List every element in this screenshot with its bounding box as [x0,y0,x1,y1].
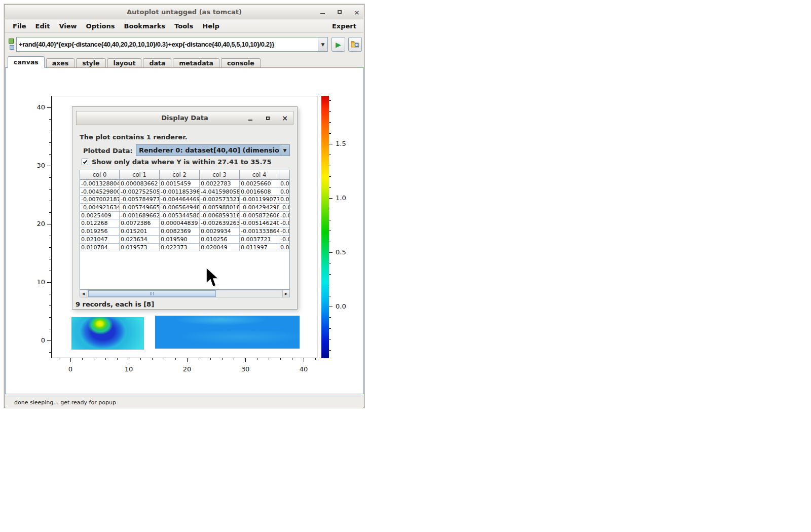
chevron-down-icon: ▼ [321,42,325,47]
dialog-maximize-button[interactable] [264,114,272,122]
window-close-button[interactable]: × [352,8,361,17]
display-data-dialog: Display Data × The plot contains 1 rende… [72,106,298,310]
table-cell: 0.0072386 [120,219,160,227]
tab-bar: canvasaxesstylelayoutdatametadataconsole [8,57,363,68]
menu-help[interactable]: Help [198,20,224,32]
tab-metadata[interactable]: metadata [173,58,219,68]
table-horizontal-scrollbar[interactable]: ◀ ▶ [80,290,290,297]
tab-axes[interactable]: axes [46,58,75,68]
table-cell: 0.012268 [80,219,120,227]
dialog-minimize-button[interactable] [246,114,254,122]
mouse-cursor-icon [205,267,220,289]
table-row[interactable]: -0.001328804...0.0000836620.00154590.002… [80,180,289,188]
column-header[interactable]: col 1 [120,170,160,180]
menu-edit[interactable]: Edit [31,20,55,32]
table-cell: -4.041598058... [200,188,240,196]
chevron-down-icon: ▼ [283,148,287,153]
plotted-data-combobox[interactable]: Renderer 0: dataset[40,40] (dimension...… [136,144,290,156]
tab-style[interactable]: style [76,58,105,68]
tab-canvas[interactable]: canvas [8,56,45,68]
renderer-count-text: The plot contains 1 renderer. [80,133,188,141]
column-header[interactable]: col 0 [80,170,120,180]
window-minimize-button[interactable] [318,8,327,17]
table-row[interactable]: 0.0122680.00723860.000044839-0.002639263… [80,219,289,227]
table-cell: 0.0025409 [80,212,120,220]
table-body: -0.001328804...0.0000836620.00154590.002… [80,180,289,251]
dialog-close-button[interactable]: × [281,114,289,122]
inspect-uri-button[interactable] [348,37,362,52]
table-cell: 0.00 [279,180,290,188]
tab-console[interactable]: console [221,58,261,68]
table-cell: -0.001199077... [240,196,279,204]
table-row[interactable]: -0.004529800...-0.002752505...-0.0011853… [80,188,289,196]
table-cell: -0.002752505... [120,188,160,196]
uri-toolbar: +rand{40,40}*{exp{-distance{40,40,20,20,… [5,34,363,56]
window-maximize-button[interactable] [335,8,344,17]
autoplot-window: Autoplot untagged (as tomcat) × FileEdit… [4,4,364,408]
go-button[interactable]: ▶ [331,37,345,52]
filter-checkbox[interactable] [82,159,88,165]
folder-search-icon [351,41,360,48]
tab-data[interactable]: data [143,58,171,68]
menu-tools[interactable]: Tools [170,20,198,32]
window-title: Autoplot untagged (as tomcat) [5,5,363,19]
dialog-titlebar[interactable]: Display Data × [76,111,293,125]
table-row[interactable]: 0.0210470.0236340.0195900.0102560.003772… [80,236,289,244]
table-cell: 0.019573 [120,244,160,252]
table-row[interactable]: 0.0107840.0195730.0223730.0200490.011997… [80,244,289,252]
table-cell: 0.0082369 [160,227,200,236]
table-cell: -0.0 [279,212,290,220]
table-cell: 0.00 [279,196,290,204]
menu-view[interactable]: View [54,20,81,32]
grip-icon [150,292,154,295]
table-cell: 0.0016608 [240,188,279,196]
uri-dropdown-button[interactable]: ▼ [318,37,327,51]
minimize-icon [248,120,252,121]
scrollbar-thumb[interactable] [88,290,216,297]
scroll-left-button[interactable]: ◀ [80,290,87,297]
datasource-status-icon [9,39,14,44]
maximize-icon [338,10,342,14]
close-icon: × [354,9,360,16]
table-cell: -0.001185396... [160,188,200,196]
table-cell: 0.022373 [160,244,200,252]
table-cell: 0.019256 [80,227,120,236]
menu-expert[interactable]: Expert [328,22,360,30]
table-cell: -0.0 [279,219,290,227]
column-header[interactable]: col 2 [160,170,200,180]
table-cell: -0.001689662... [120,212,160,220]
plotted-data-label: Plotted Data: [83,147,133,155]
column-header[interactable]: col 3 [200,170,240,180]
tab-layout[interactable]: layout [107,58,142,68]
table-cell: -0.006859316... [200,212,240,220]
table-cell: -0.005872606... [240,212,279,220]
filter-checkbox-row: Show only data where Y is within 27.41 t… [82,158,271,166]
column-header[interactable]: col 4 [240,170,279,180]
play-icon: ▶ [336,41,341,48]
data-table[interactable]: col 0col 1col 2col 3col 4 -0.001328804..… [80,170,290,290]
arrow-left-icon: ◀ [82,292,85,296]
table-row[interactable]: -0.007002187...-0.005784977...-0.0044644… [80,196,289,204]
table-row[interactable]: 0.0025409-0.001689662...-0.005344580...-… [80,212,289,220]
table-cell: 0.023634 [120,236,160,244]
table-cell: -0.006564946... [160,204,200,212]
table-cell: 0.010784 [80,244,120,252]
table-row[interactable]: -0.004921634...-0.005749665...-0.0065649… [80,204,289,212]
table-cell: -0.001328804... [80,180,120,188]
table-cell: 0.015201 [120,227,160,236]
table-cell: 0.00 [279,188,290,196]
menu-options[interactable]: Options [82,20,120,32]
status-bar: done sleeping... get ready for popup [5,397,363,408]
menu-bookmarks[interactable]: Bookmarks [120,20,170,32]
window-titlebar[interactable]: Autoplot untagged (as tomcat) × [5,5,363,19]
combobox-arrow-button[interactable]: ▼ [280,145,289,156]
minimize-icon [320,13,325,14]
menu-file[interactable]: File [8,20,31,32]
table-cell: -0.002639263... [200,219,240,227]
table-row[interactable]: 0.0192560.0152010.00823690.0029934-0.001… [80,227,289,236]
column-header[interactable] [279,170,290,180]
table-cell: -0.0 [279,227,290,236]
scrollbar-track[interactable] [87,290,282,297]
scroll-right-button[interactable]: ▶ [282,290,289,297]
uri-input[interactable]: +rand{40,40}*{exp{-distance{40,40,20,20,… [16,37,328,52]
